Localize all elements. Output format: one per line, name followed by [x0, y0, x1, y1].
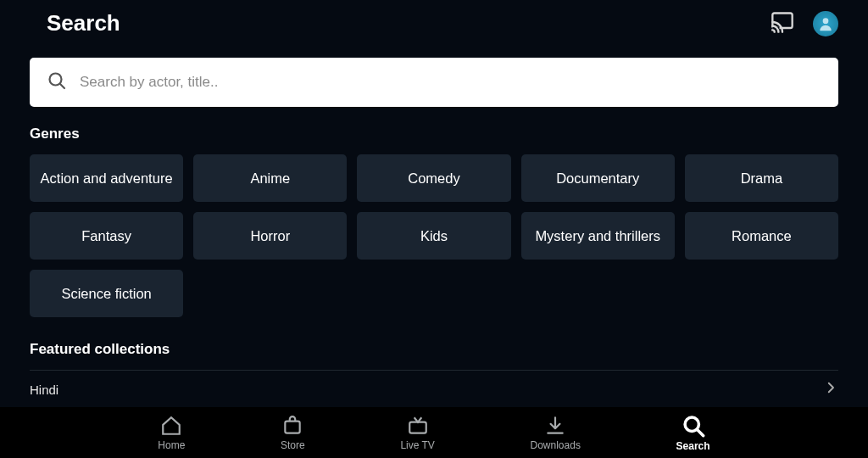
nav-label: Downloads	[531, 439, 581, 451]
genre-button[interactable]: Science fiction	[30, 270, 183, 317]
nav-store[interactable]: Store	[281, 415, 305, 451]
genre-button[interactable]: Mystery and thrillers	[521, 212, 675, 260]
svg-rect-6	[409, 422, 426, 433]
nav-livetv[interactable]: Live TV	[400, 415, 434, 451]
genre-button[interactable]: Romance	[685, 212, 838, 260]
genre-button[interactable]: Action and adventure	[30, 154, 183, 202]
nav-label: Live TV	[400, 439, 434, 451]
genre-button[interactable]: Horror	[193, 212, 347, 260]
svg-rect-5	[286, 421, 300, 433]
page-title: Search	[47, 10, 120, 36]
nav-label: Home	[158, 439, 185, 451]
genre-button[interactable]: Anime	[193, 154, 347, 202]
search-input[interactable]	[80, 74, 821, 91]
nav-label: Search	[676, 440, 710, 452]
collection-label: Hindi	[30, 383, 58, 397]
genre-button[interactable]: Comedy	[357, 154, 510, 202]
nav-downloads[interactable]: Downloads	[531, 415, 581, 451]
nav-search[interactable]: Search	[676, 414, 710, 452]
genre-button[interactable]: Documentary	[521, 154, 675, 202]
search-icon	[47, 70, 67, 94]
cast-icon[interactable]	[771, 10, 794, 37]
genres-heading: Genres	[30, 126, 838, 142]
genre-button[interactable]: Fantasy	[30, 212, 183, 260]
chevron-right-icon	[823, 380, 838, 399]
search-bar[interactable]	[30, 58, 838, 107]
collection-row[interactable]: Hindi	[30, 370, 838, 408]
nav-label: Store	[281, 439, 305, 451]
genre-button[interactable]: Drama	[685, 154, 838, 202]
bottom-nav: Home Store Live TV Downloads Search	[0, 407, 868, 458]
featured-heading: Featured collections	[30, 341, 838, 358]
svg-line-4	[60, 84, 64, 88]
genre-button[interactable]: Kids	[357, 212, 510, 260]
nav-home[interactable]: Home	[158, 415, 185, 451]
svg-line-8	[697, 429, 703, 435]
svg-point-2	[823, 18, 829, 24]
avatar[interactable]	[813, 11, 838, 36]
